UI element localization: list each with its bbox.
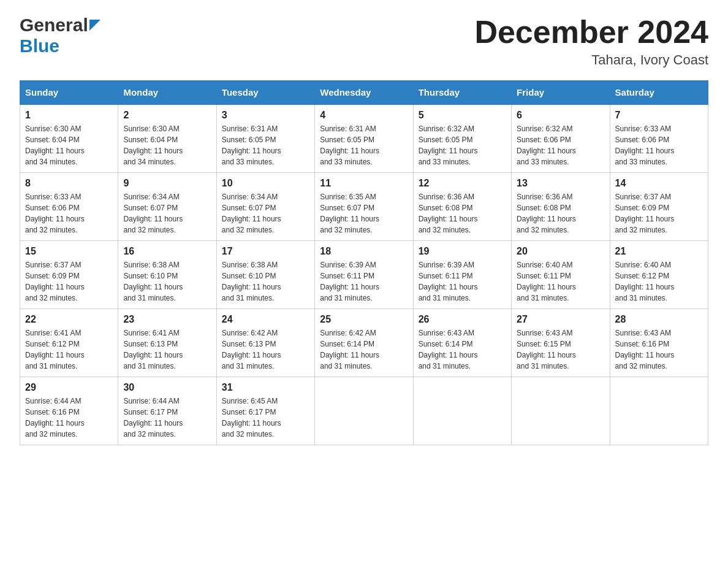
calendar-cell: 6Sunrise: 6:32 AMSunset: 6:06 PMDaylight… — [512, 104, 610, 173]
weekday-header-thursday: Thursday — [413, 81, 511, 105]
calendar-cell: 25Sunrise: 6:42 AMSunset: 6:14 PMDayligh… — [315, 309, 413, 377]
day-number: 25 — [320, 314, 408, 325]
calendar-cell: 22Sunrise: 6:41 AMSunset: 6:12 PMDayligh… — [20, 309, 118, 377]
calendar-cell — [512, 377, 610, 445]
title-block: December 2024 Tahara, Ivory Coast — [474, 15, 708, 68]
day-number: 27 — [517, 314, 604, 325]
calendar-cell: 26Sunrise: 6:43 AMSunset: 6:14 PMDayligh… — [413, 309, 511, 377]
day-info: Sunrise: 6:38 AMSunset: 6:10 PMDaylight:… — [222, 259, 309, 304]
day-info: Sunrise: 6:31 AMSunset: 6:05 PMDaylight:… — [222, 123, 309, 167]
day-number: 13 — [517, 178, 604, 189]
calendar-cell: 2Sunrise: 6:30 AMSunset: 6:04 PMDaylight… — [118, 104, 216, 173]
day-info: Sunrise: 6:32 AMSunset: 6:06 PMDaylight:… — [517, 123, 604, 167]
day-info: Sunrise: 6:43 AMSunset: 6:14 PMDaylight:… — [419, 327, 506, 372]
day-number: 2 — [123, 110, 211, 121]
day-number: 21 — [615, 246, 703, 257]
calendar-cell: 5Sunrise: 6:32 AMSunset: 6:05 PMDaylight… — [413, 104, 511, 173]
day-info: Sunrise: 6:42 AMSunset: 6:13 PMDaylight:… — [222, 327, 309, 372]
location-subtitle: Tahara, Ivory Coast — [474, 52, 708, 68]
logo-arrow-icon — [89, 20, 100, 33]
weekday-header-saturday: Saturday — [610, 81, 708, 105]
calendar-cell: 12Sunrise: 6:36 AMSunset: 6:08 PMDayligh… — [413, 173, 511, 241]
day-info: Sunrise: 6:36 AMSunset: 6:08 PMDaylight:… — [517, 191, 604, 236]
day-info: Sunrise: 6:38 AMSunset: 6:10 PMDaylight:… — [123, 259, 211, 304]
day-number: 3 — [222, 110, 309, 121]
calendar-cell: 23Sunrise: 6:41 AMSunset: 6:13 PMDayligh… — [118, 309, 216, 377]
day-number: 26 — [419, 314, 506, 325]
calendar-cell: 8Sunrise: 6:33 AMSunset: 6:06 PMDaylight… — [20, 173, 118, 241]
day-info: Sunrise: 6:37 AMSunset: 6:09 PMDaylight:… — [25, 259, 113, 304]
calendar-cell — [315, 377, 413, 445]
day-number: 1 — [25, 110, 113, 121]
calendar-cell: 13Sunrise: 6:36 AMSunset: 6:08 PMDayligh… — [512, 173, 610, 241]
calendar-cell: 1Sunrise: 6:30 AMSunset: 6:04 PMDaylight… — [20, 104, 118, 173]
calendar-cell — [610, 377, 708, 445]
day-info: Sunrise: 6:44 AMSunset: 6:17 PMDaylight:… — [123, 396, 211, 440]
calendar-cell: 10Sunrise: 6:34 AMSunset: 6:07 PMDayligh… — [216, 173, 314, 241]
day-info: Sunrise: 6:33 AMSunset: 6:06 PMDaylight:… — [615, 123, 703, 167]
day-info: Sunrise: 6:34 AMSunset: 6:07 PMDaylight:… — [222, 191, 309, 236]
calendar-cell: 20Sunrise: 6:40 AMSunset: 6:11 PMDayligh… — [512, 241, 610, 309]
calendar-cell: 17Sunrise: 6:38 AMSunset: 6:10 PMDayligh… — [216, 241, 314, 309]
day-info: Sunrise: 6:41 AMSunset: 6:13 PMDaylight:… — [123, 327, 211, 372]
day-number: 19 — [419, 246, 506, 257]
month-title: December 2024 — [474, 15, 708, 50]
calendar-week-5: 29Sunrise: 6:44 AMSunset: 6:16 PMDayligh… — [20, 377, 708, 445]
logo-general-text: General — [20, 15, 88, 36]
day-number: 20 — [517, 246, 604, 257]
day-info: Sunrise: 6:30 AMSunset: 6:04 PMDaylight:… — [25, 123, 113, 167]
weekday-header-wednesday: Wednesday — [315, 81, 413, 105]
day-info: Sunrise: 6:42 AMSunset: 6:14 PMDaylight:… — [320, 327, 408, 372]
calendar-cell: 30Sunrise: 6:44 AMSunset: 6:17 PMDayligh… — [118, 377, 216, 445]
day-info: Sunrise: 6:32 AMSunset: 6:05 PMDaylight:… — [419, 123, 506, 167]
day-number: 10 — [222, 178, 309, 189]
calendar-cell: 18Sunrise: 6:39 AMSunset: 6:11 PMDayligh… — [315, 241, 413, 309]
day-info: Sunrise: 6:43 AMSunset: 6:15 PMDaylight:… — [517, 327, 604, 372]
day-info: Sunrise: 6:34 AMSunset: 6:07 PMDaylight:… — [123, 191, 211, 236]
day-info: Sunrise: 6:39 AMSunset: 6:11 PMDaylight:… — [419, 259, 506, 304]
calendar-cell: 27Sunrise: 6:43 AMSunset: 6:15 PMDayligh… — [512, 309, 610, 377]
calendar-cell: 24Sunrise: 6:42 AMSunset: 6:13 PMDayligh… — [216, 309, 314, 377]
day-info: Sunrise: 6:37 AMSunset: 6:09 PMDaylight:… — [615, 191, 703, 236]
weekday-header-monday: Monday — [118, 81, 216, 105]
day-number: 12 — [419, 178, 506, 189]
day-info: Sunrise: 6:40 AMSunset: 6:11 PMDaylight:… — [517, 259, 604, 304]
day-number: 5 — [419, 110, 506, 121]
day-info: Sunrise: 6:30 AMSunset: 6:04 PMDaylight:… — [123, 123, 211, 167]
day-number: 16 — [123, 246, 211, 257]
calendar-cell: 4Sunrise: 6:31 AMSunset: 6:05 PMDaylight… — [315, 104, 413, 173]
day-info: Sunrise: 6:39 AMSunset: 6:11 PMDaylight:… — [320, 259, 408, 304]
calendar-cell: 9Sunrise: 6:34 AMSunset: 6:07 PMDaylight… — [118, 173, 216, 241]
day-info: Sunrise: 6:31 AMSunset: 6:05 PMDaylight:… — [320, 123, 408, 167]
day-number: 31 — [222, 382, 309, 393]
day-number: 14 — [615, 178, 703, 189]
day-info: Sunrise: 6:44 AMSunset: 6:16 PMDaylight:… — [25, 396, 113, 440]
day-info: Sunrise: 6:33 AMSunset: 6:06 PMDaylight:… — [25, 191, 113, 236]
day-number: 6 — [517, 110, 604, 121]
day-info: Sunrise: 6:35 AMSunset: 6:07 PMDaylight:… — [320, 191, 408, 236]
logo: General Blue — [20, 15, 100, 56]
day-number: 22 — [25, 314, 113, 325]
calendar-cell: 3Sunrise: 6:31 AMSunset: 6:05 PMDaylight… — [216, 104, 314, 173]
day-info: Sunrise: 6:41 AMSunset: 6:12 PMDaylight:… — [25, 327, 113, 372]
calendar-cell: 19Sunrise: 6:39 AMSunset: 6:11 PMDayligh… — [413, 241, 511, 309]
weekday-header-tuesday: Tuesday — [216, 81, 314, 105]
weekday-header-friday: Friday — [512, 81, 610, 105]
calendar-week-1: 1Sunrise: 6:30 AMSunset: 6:04 PMDaylight… — [20, 104, 708, 173]
logo-blue-text: Blue — [20, 36, 59, 56]
calendar-table: SundayMondayTuesdayWednesdayThursdayFrid… — [20, 80, 708, 445]
day-info: Sunrise: 6:40 AMSunset: 6:12 PMDaylight:… — [615, 259, 703, 304]
weekday-header-sunday: Sunday — [20, 81, 118, 105]
calendar-week-2: 8Sunrise: 6:33 AMSunset: 6:06 PMDaylight… — [20, 173, 708, 241]
day-info: Sunrise: 6:45 AMSunset: 6:17 PMDaylight:… — [222, 396, 309, 440]
calendar-week-3: 15Sunrise: 6:37 AMSunset: 6:09 PMDayligh… — [20, 241, 708, 309]
day-number: 9 — [123, 178, 211, 189]
calendar-cell: 11Sunrise: 6:35 AMSunset: 6:07 PMDayligh… — [315, 173, 413, 241]
day-number: 30 — [123, 382, 211, 393]
day-info: Sunrise: 6:36 AMSunset: 6:08 PMDaylight:… — [419, 191, 506, 236]
day-number: 24 — [222, 314, 309, 325]
calendar-cell: 7Sunrise: 6:33 AMSunset: 6:06 PMDaylight… — [610, 104, 708, 173]
calendar-cell: 21Sunrise: 6:40 AMSunset: 6:12 PMDayligh… — [610, 241, 708, 309]
calendar-cell: 31Sunrise: 6:45 AMSunset: 6:17 PMDayligh… — [216, 377, 314, 445]
day-info: Sunrise: 6:43 AMSunset: 6:16 PMDaylight:… — [615, 327, 703, 372]
